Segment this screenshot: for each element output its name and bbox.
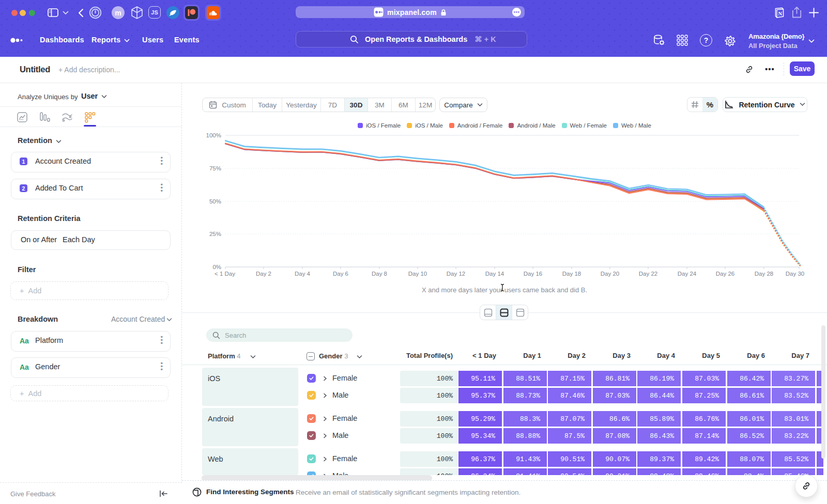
svg-text:Day 4: Day 4 — [295, 271, 311, 277]
svg-text:Day 2: Day 2 — [256, 271, 271, 277]
svg-text:Day 24: Day 24 — [678, 271, 697, 277]
svg-text:N: N — [778, 11, 783, 17]
svg-text:Day 22: Day 22 — [639, 271, 657, 277]
svg-text:Day 30: Day 30 — [786, 271, 804, 277]
svg-text:50%: 50% — [209, 198, 221, 204]
svg-text:Day 20: Day 20 — [601, 271, 619, 277]
svg-text:Day 12: Day 12 — [447, 271, 465, 277]
svg-text:Day 18: Day 18 — [562, 271, 581, 277]
svg-text:25%: 25% — [209, 231, 221, 237]
svg-text:Day 26: Day 26 — [716, 271, 734, 277]
svg-text:Day 14: Day 14 — [485, 271, 504, 277]
svg-text:Day 8: Day 8 — [372, 271, 387, 277]
svg-text:Day 6: Day 6 — [333, 271, 348, 277]
svg-text:75%: 75% — [209, 165, 221, 171]
svg-text:< 1 Day: < 1 Day — [215, 271, 235, 277]
svg-text:Day 28: Day 28 — [755, 271, 773, 277]
svg-text:100%: 100% — [206, 132, 221, 138]
svg-text:0%: 0% — [212, 264, 221, 270]
svg-text:Day 16: Day 16 — [524, 271, 542, 277]
svg-text:Day 10: Day 10 — [408, 271, 427, 277]
